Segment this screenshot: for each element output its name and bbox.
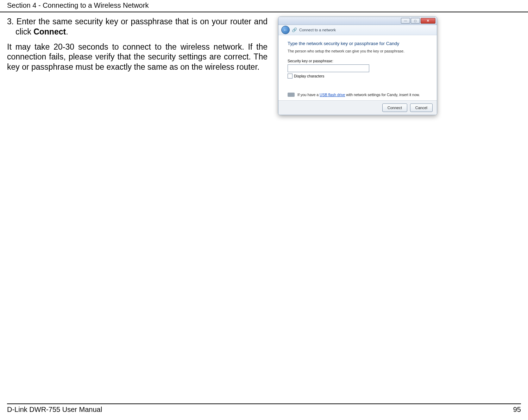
close-button[interactable] — [421, 18, 435, 24]
page-footer: D-Link DWR-755 User Manual 95 — [7, 403, 521, 414]
network-icon: 🔗 — [292, 27, 297, 32]
vista-dialog: ← 🔗 Connect to a network Type the networ… — [278, 17, 437, 115]
usb-post: with network settings for Candy, insert … — [345, 93, 420, 97]
dialog-title: Type the network security key or passphr… — [288, 41, 428, 46]
text-column: 3. Enter the same security key or passph… — [7, 17, 268, 115]
step3-suffix: . — [66, 27, 68, 36]
step3-prefix: click — [15, 27, 33, 36]
display-characters-row[interactable]: Display characters — [288, 74, 428, 79]
figure-column: ← 🔗 Connect to a network Type the networ… — [268, 17, 521, 115]
usb-flash-drive-link[interactable]: USB flash drive — [320, 93, 345, 97]
connect-word: Connect — [33, 27, 66, 36]
connect-button[interactable]: Connect — [382, 104, 407, 112]
section-header: Section 4 - Connecting to a Wireless Net… — [0, 0, 528, 12]
paragraph-2: It may take 20-30 seconds to connect to … — [7, 42, 268, 72]
content-area: 3. Enter the same security key or passph… — [0, 12, 528, 115]
passphrase-label: Security key or passphrase: — [288, 59, 428, 63]
back-icon[interactable]: ← — [281, 26, 290, 34]
usb-icon — [288, 93, 295, 97]
step-3-text: 3. Enter the same security key or passph… — [7, 17, 268, 37]
ribbon-text: Connect to a network — [299, 28, 336, 32]
dialog-ribbon: ← 🔗 Connect to a network — [278, 25, 437, 35]
usb-pre: If you have a — [297, 93, 320, 97]
dialog-body: Type the network security key or passphr… — [278, 35, 437, 100]
minimize-button[interactable] — [401, 18, 410, 24]
passphrase-input[interactable] — [288, 64, 369, 72]
display-characters-label: Display characters — [294, 74, 324, 78]
checkbox-icon[interactable] — [288, 74, 293, 79]
usb-hint-row: If you have a USB flash drive with netwo… — [288, 93, 428, 97]
dialog-subtitle: The person who setup the network can giv… — [288, 49, 428, 53]
step3-line1: 3. Enter the same security key or passph… — [7, 17, 268, 26]
page-number: 95 — [513, 406, 521, 414]
cancel-button[interactable]: Cancel — [410, 104, 433, 112]
maximize-button[interactable] — [411, 18, 420, 24]
footer-left: D-Link DWR-755 User Manual — [7, 406, 102, 414]
title-bar — [278, 17, 437, 25]
dialog-footer: Connect Cancel — [278, 100, 437, 115]
